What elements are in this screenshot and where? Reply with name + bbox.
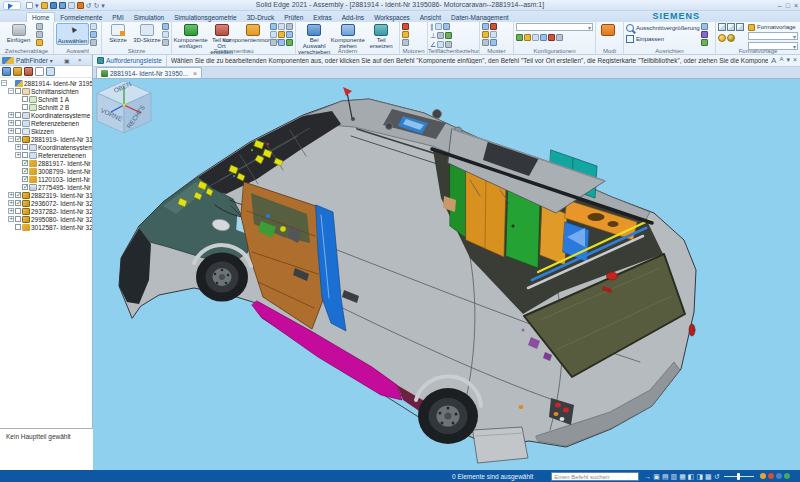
sketch3d-button[interactable]: 3D-Skizze	[133, 23, 161, 43]
tree-expander-icon[interactable]	[8, 88, 14, 94]
tree-expander-icon[interactable]	[8, 200, 14, 206]
status-icon[interactable]: ▣	[653, 472, 660, 481]
save-icon[interactable]	[50, 2, 57, 9]
minimize-button[interactable]: –	[778, 1, 782, 10]
ribbon-tab[interactable]: Ansicht	[415, 13, 446, 22]
status-dot-icon[interactable]	[760, 473, 766, 479]
mode-button[interactable]	[598, 23, 618, 37]
motor-icon[interactable]	[402, 31, 409, 38]
font-increase-icon[interactable]: A	[771, 56, 776, 65]
tab-close-icon[interactable]: ×	[193, 70, 197, 77]
tree-expander-icon[interactable]	[8, 120, 14, 126]
pathfinder-row[interactable]: 1120103- Ident-Nr 201357	[0, 175, 92, 183]
tree-expander-icon[interactable]	[15, 96, 21, 102]
pathfinder-row[interactable]: Referenzebenen	[0, 151, 92, 159]
pathfinder-row[interactable]: Schnitt 2 B	[0, 103, 92, 111]
tree-checkbox[interactable]	[15, 192, 21, 198]
maximize-button[interactable]: □	[786, 1, 790, 10]
relation-icon[interactable]	[435, 23, 442, 30]
assembly-tool-icon[interactable]	[278, 31, 285, 38]
model-viewport[interactable]: OBEN VORNE RECHTS	[93, 79, 800, 470]
status-icon[interactable]: ↺	[714, 472, 720, 481]
tree-checkbox[interactable]	[15, 136, 21, 142]
ribbon-tab[interactable]: Simulationsgeometrie	[169, 13, 242, 22]
relation-icon[interactable]	[437, 32, 444, 39]
tree-checkbox[interactable]	[15, 224, 21, 230]
assembly-tool-icon[interactable]	[278, 39, 285, 46]
new-document-icon[interactable]	[26, 2, 33, 9]
tree-expander-icon[interactable]	[8, 136, 14, 142]
status-icon[interactable]: ◨	[696, 472, 703, 481]
motor-icon[interactable]	[402, 39, 409, 46]
tree-expander-icon[interactable]	[8, 128, 14, 134]
assembly-tool-icon[interactable]	[270, 23, 277, 30]
select-option-icon[interactable]	[90, 31, 97, 38]
fit-button[interactable]: Einpassen	[626, 34, 700, 44]
pathfinder-row[interactable]: 3008799- Ident-Nr 3271522	[0, 167, 92, 175]
tree-expander-icon[interactable]	[15, 184, 21, 190]
tree-checkbox[interactable]	[15, 216, 21, 222]
assembly-tool-icon[interactable]	[270, 31, 277, 38]
pathfinder-row[interactable]: Skizzen	[0, 127, 92, 135]
replace-part-button[interactable]: Teil ersetzen	[365, 23, 397, 49]
tree-expander-icon[interactable]	[15, 144, 21, 150]
tree-checkbox[interactable]	[15, 112, 21, 118]
tree-checkbox[interactable]	[22, 168, 28, 174]
view-cube[interactable]: OBEN VORNE RECHTS	[93, 79, 155, 137]
hidden-edge-view-icon[interactable]	[727, 23, 735, 31]
pathfinder-row[interactable]: 2881917- Ident-Nr 3195088	[0, 159, 92, 167]
tree-checkbox[interactable]	[15, 200, 21, 206]
close-button[interactable]: ×	[794, 1, 798, 10]
ribbon-tab[interactable]: Add-Ins	[337, 13, 369, 22]
insert-component-button[interactable]: Komponente einfügen	[174, 23, 207, 49]
paste-button[interactable]: Einfügen	[2, 23, 35, 43]
status-dot-icon[interactable]	[768, 473, 774, 479]
select-option-icon[interactable]	[90, 39, 97, 46]
config-icon[interactable]	[532, 34, 539, 41]
pathfinder-row[interactable]: Schnittansichten	[0, 87, 92, 95]
status-icon[interactable]: ◧	[688, 472, 695, 481]
shaded-view-icon[interactable]	[718, 34, 726, 42]
pf-library-icon[interactable]	[13, 67, 22, 76]
config-icon[interactable]	[524, 34, 531, 41]
visible-edge-view-icon[interactable]	[736, 23, 744, 31]
pathfinder-row[interactable]: 2881914- Ident-Nr 3195086- Motorcar	[0, 79, 92, 87]
pathfinder-row[interactable]: Koordinatensysteme	[0, 143, 92, 151]
tree-checkbox[interactable]	[22, 176, 28, 182]
ribbon-tab[interactable]: Formelemente	[55, 13, 107, 22]
pattern-icon[interactable]	[490, 23, 497, 30]
relation-icon[interactable]	[443, 23, 450, 30]
tree-expander-icon[interactable]	[8, 112, 14, 118]
ribbon-tab[interactable]: Extras	[308, 13, 336, 22]
tree-expander-icon[interactable]	[8, 192, 14, 198]
shaded-edges-view-icon[interactable]	[727, 34, 735, 42]
status-dot-icon[interactable]	[776, 473, 782, 479]
tree-checkbox[interactable]	[15, 128, 21, 134]
pattern-icon[interactable]	[482, 31, 489, 38]
ribbon-tab[interactable]: Daten-Management	[446, 13, 513, 22]
component-assembly-button[interactable]: Komponentenmontage	[236, 23, 269, 43]
relation-icon[interactable]: ⊥	[430, 32, 436, 40]
pattern-icon[interactable]	[482, 39, 489, 46]
tree-expander-icon[interactable]	[15, 168, 21, 174]
pathfinder-row[interactable]: 2881919- Ident-Nr 3195090- Fa	[0, 135, 92, 143]
pf-relations-icon[interactable]	[24, 67, 33, 76]
tree-checkbox[interactable]	[22, 104, 28, 110]
tree-expander-icon[interactable]	[8, 216, 14, 222]
status-icon[interactable]: ▥	[671, 472, 678, 481]
tree-checkbox[interactable]	[15, 208, 21, 214]
configuration-dropdown[interactable]: ▾	[516, 23, 593, 31]
drag-component-button[interactable]: Komponente ziehen	[331, 23, 364, 49]
style-icon[interactable]	[77, 2, 84, 9]
tree-checkbox[interactable]	[22, 96, 28, 102]
tree-checkbox[interactable]	[15, 120, 21, 126]
undo-icon[interactable]: ↺	[86, 1, 92, 10]
tree-checkbox[interactable]	[22, 184, 28, 190]
config-icon[interactable]	[540, 34, 547, 41]
pattern-icon[interactable]	[490, 39, 497, 46]
sketch-tool-icon[interactable]	[162, 39, 169, 46]
ribbon-tab[interactable]: Prüfen	[279, 13, 308, 22]
pf-list-icon[interactable]	[35, 67, 44, 76]
sketch-tool-icon[interactable]	[162, 31, 169, 38]
view-icon[interactable]	[68, 2, 75, 9]
